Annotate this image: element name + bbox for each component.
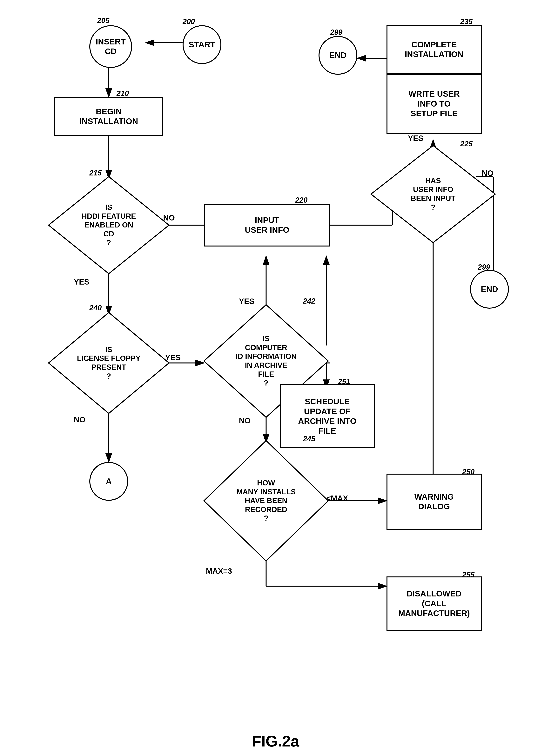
comp-no-label: NO: [239, 416, 250, 425]
begin-install-id: 210: [116, 89, 129, 98]
end-top-node: END: [319, 36, 357, 75]
computer-id-label: ISCOMPUTERID INFORMATIONIN ARCHIVEFILE?: [235, 334, 297, 388]
end-bottom-id: 299: [478, 263, 490, 271]
lic-no-label: NO: [74, 415, 85, 424]
input-user-info-node: INPUTUSER INFO: [204, 204, 330, 247]
warning-dialog-id: 250: [462, 468, 475, 476]
max-equal-label: MAX=3: [206, 567, 232, 575]
write-user-info-label: WRITE USERINFO TOSETUP FILE: [409, 89, 460, 118]
has-user-info-id: 225: [460, 140, 473, 148]
hddi-diamond: ISHDDI FEATUREENABLED ONCD?: [47, 175, 171, 276]
has-user-no-label: NO: [482, 169, 493, 178]
disallowed-id: 255: [462, 571, 475, 579]
how-many-label: HOWMANY INSTALLSHAVE BEENRECORDED?: [236, 479, 296, 523]
comp-yes-label: YES: [239, 297, 254, 306]
start-id: 200: [182, 17, 195, 26]
complete-install-node: COMPLETEINSTALLATION: [387, 25, 482, 74]
has-user-info-label: HASUSER INFOBEEN INPUT?: [411, 176, 456, 212]
end-bottom-node: END: [470, 270, 509, 309]
input-user-info-id: 220: [295, 196, 308, 204]
complete-install-label: COMPLETEINSTALLATION: [405, 40, 463, 59]
write-user-info-node: WRITE USERINFO TOSETUP FILE: [387, 74, 482, 134]
hddi-id: 215: [89, 169, 102, 177]
diagram: START 200 INSERTCD 205 BEGININSTALLATION…: [0, 0, 551, 728]
hddi-yes-label: YES: [74, 278, 89, 286]
connector-a-label: A: [106, 477, 112, 486]
computer-id-id: 242: [303, 297, 315, 305]
end-top-id: 299: [330, 28, 343, 36]
how-many-id: 245: [303, 435, 315, 443]
schedule-update-label: SCHEDULEUPDATE OFARCHIVE INTOFILE: [298, 397, 357, 436]
lic-yes-label: YES: [165, 353, 181, 362]
end-bottom-label: END: [481, 284, 498, 294]
insert-cd-node: INSERTCD: [89, 25, 132, 68]
license-floppy-label: ISLICENSE FLOPPYPRESENT?: [77, 345, 140, 381]
insert-cd-label: INSERTCD: [96, 37, 126, 56]
warning-dialog-label: WARNINGDIALOG: [415, 492, 454, 512]
how-many-diamond: HOWMANY INSTALLSHAVE BEENRECORDED?: [202, 439, 330, 563]
begin-install-label: BEGININSTALLATION: [79, 107, 138, 126]
start-label: START: [189, 40, 215, 49]
license-floppy-diamond: ISLICENSE FLOPPYPRESENT?: [47, 311, 171, 415]
disallowed-node: DISALLOWED(CALLMANUFACTURER): [387, 576, 482, 631]
fig-caption: FIG.2a: [0, 732, 551, 750]
hddi-no-label: NO: [163, 214, 175, 222]
max-less-label: <MAX: [326, 494, 348, 503]
connector-a-node: A: [89, 462, 128, 501]
has-user-info-diamond: HASUSER INFOBEEN INPUT?: [369, 144, 497, 245]
input-user-info-label: INPUTUSER INFO: [245, 215, 290, 235]
insert-cd-id: 205: [97, 16, 109, 25]
begin-install-node: BEGININSTALLATION: [54, 97, 163, 136]
has-user-yes-label: YES: [408, 134, 423, 143]
hddi-label: ISHDDI FEATUREENABLED ONCD?: [82, 203, 136, 247]
end-top-label: END: [330, 50, 347, 60]
warning-dialog-node: WARNINGDIALOG: [387, 474, 482, 530]
disallowed-label: DISALLOWED(CALLMANUFACTURER): [398, 589, 470, 618]
schedule-update-id: 251: [338, 378, 350, 386]
complete-install-id: 235: [460, 17, 473, 26]
license-floppy-id: 240: [89, 304, 102, 312]
start-node: START: [182, 25, 221, 64]
